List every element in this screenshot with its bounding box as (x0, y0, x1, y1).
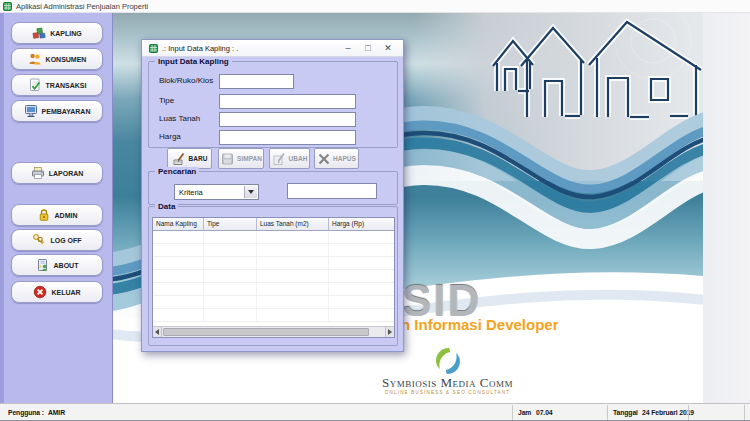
tipe-input[interactable] (219, 94, 356, 109)
sidebar-item-label: LAPORAN (49, 170, 84, 177)
statusbar-divider (688, 405, 689, 421)
new-icon (172, 152, 187, 166)
sidebar-item-logoff[interactable]: LOG OFF (11, 229, 103, 251)
sidebar-item-label: ADMIN (55, 212, 78, 219)
sidebar-item-label: KELUAR (51, 289, 80, 296)
app-window: SID n Informasi Developer Symbiosis Medi… (0, 0, 750, 421)
sidebar-item-konsumen[interactable]: KONSUMEN (11, 48, 103, 70)
column-header-tipe[interactable]: Tipe (204, 218, 257, 231)
blocks-icon (32, 26, 46, 40)
table-row (153, 257, 394, 270)
maximize-button[interactable]: □ (360, 40, 376, 56)
sidebar-item-keluar[interactable]: KELUAR (11, 281, 103, 303)
scroll-right-icon (388, 329, 392, 335)
statusbar-date-value: 24 Februari 2019 (642, 409, 694, 416)
hapus-button[interactable]: HAPUS (314, 148, 359, 169)
padlock-icon (37, 208, 51, 222)
chevron-down-icon (248, 190, 254, 194)
statusbar-time-label: Jam (518, 409, 531, 416)
statusbar-divider (512, 405, 513, 421)
dialog-input-data-kapling: .: Input Data Kapling : . – □ ✕ Input Da… (141, 39, 404, 352)
sidebar-item-kapling[interactable]: KAPLING (11, 22, 103, 44)
sidebar-item-pembayaran[interactable]: PEMBAYARAN (11, 100, 103, 122)
sidebar-item-about[interactable]: ABOUT (11, 254, 103, 276)
search-group: Pencarian Kriteria (148, 171, 398, 205)
statusbar-user-value: AMIR (48, 409, 65, 416)
kriteria-dropdown[interactable]: Kriteria (174, 184, 259, 200)
brand-tagline-text: n Informasi Developer (401, 316, 559, 333)
input-data-group-title: Input Data Kapling (155, 57, 232, 66)
symbiosis-logo: Symbiosis Media Comm ONLINE BUSINESS & S… (350, 346, 545, 395)
field-label-blok: Blok/Ruko/Kios (159, 76, 213, 85)
sidebar: KAPLING KONSUMEN TRANSAKSI PEMBAYARAN LA… (0, 13, 113, 403)
dialog-title: .: Input Data Kapling : . (162, 44, 336, 53)
symbiosis-swirl-icon (433, 346, 463, 376)
harga-input[interactable] (219, 130, 356, 145)
scroll-left-icon (155, 329, 159, 335)
keys-icon (32, 233, 46, 247)
statusbar: Pengguna : AMIR Jam 07.04 Tanggal 24 Feb… (0, 403, 750, 421)
field-label-tipe: Tipe (159, 96, 174, 105)
scrollbar-thumb[interactable] (163, 328, 369, 336)
printer-icon (31, 166, 45, 180)
sidebar-item-label: KONSUMEN (46, 56, 87, 63)
horizontal-scrollbar[interactable] (153, 326, 394, 337)
sidebar-item-label: TRANSAKSI (46, 82, 87, 89)
blok-ruko-kios-input[interactable] (219, 74, 294, 89)
app-title: Aplikasi Administrasi Penjualan Properti (16, 2, 148, 11)
column-header-nama-kapling[interactable]: Nama Kapling (153, 218, 204, 231)
sidebar-item-laporan[interactable]: LAPORAN (11, 162, 103, 184)
ubah-label: UBAH (289, 155, 308, 162)
dialog-titlebar[interactable]: .: Input Data Kapling : . – □ ✕ (142, 40, 403, 57)
field-label-harga: Harga (159, 132, 181, 141)
data-group-title: Data (155, 202, 178, 211)
data-group: Data Nama Kapling Tipe Luas Tanah (m2) H… (148, 206, 398, 346)
luas-tanah-input[interactable] (219, 112, 356, 127)
table-row (153, 283, 394, 296)
dropdown-button[interactable] (244, 186, 257, 198)
symbiosis-logo-title: Symbiosis Media Comm (350, 377, 545, 389)
field-label-luas-tanah: Luas Tanah (159, 114, 200, 123)
save-icon (220, 152, 235, 166)
symbiosis-logo-tagline: ONLINE BUSINESS & SEO CONSULTANT (350, 390, 545, 395)
table-row (153, 244, 394, 257)
simpan-button[interactable]: SIMPAN (218, 148, 264, 169)
baru-button[interactable]: BARU (167, 148, 212, 169)
minimize-button[interactable]: – (340, 40, 356, 56)
ubah-button[interactable]: UBAH (269, 148, 310, 169)
background-right-panel (703, 13, 750, 403)
kriteria-selected-value: Kriteria (179, 188, 203, 197)
table-row (153, 309, 394, 322)
sidebar-item-transaksi[interactable]: TRANSAKSI (11, 74, 103, 96)
computer-icon (24, 104, 38, 118)
sidebar-item-label: KAPLING (50, 30, 82, 37)
scroll-left-button[interactable] (153, 327, 162, 337)
statusbar-date-label: Tanggal (613, 409, 638, 416)
table-header-row: Nama Kapling Tipe Luas Tanah (m2) Harga … (153, 218, 394, 231)
table-row (153, 270, 394, 283)
statusbar-divider (607, 405, 608, 421)
sidebar-item-label: LOG OFF (50, 237, 81, 244)
table-row (153, 231, 394, 244)
column-header-luas-tanah[interactable]: Luas Tanah (m2) (257, 218, 329, 231)
data-table: Nama Kapling Tipe Luas Tanah (m2) Harga … (152, 217, 395, 338)
dialog-icon (149, 44, 158, 53)
sidebar-item-label: PEMBAYARAN (42, 108, 91, 115)
baru-label: BARU (189, 155, 208, 162)
sidebar-item-label: ABOUT (54, 262, 79, 269)
scroll-right-button[interactable] (385, 327, 394, 337)
statusbar-user-label: Pengguna : (8, 409, 44, 416)
close-button[interactable]: ✕ (380, 40, 396, 56)
search-group-title: Pencarian (155, 167, 199, 176)
input-data-group: Input Data Kapling Blok/Ruko/Kios Tipe L… (148, 61, 398, 148)
statusbar-divider (744, 405, 745, 421)
statusbar-time-value: 07.04 (536, 409, 553, 416)
people-icon (28, 52, 42, 66)
delete-icon (317, 152, 331, 166)
document-check-icon (28, 78, 42, 92)
sidebar-item-admin[interactable]: ADMIN (11, 204, 103, 226)
simpan-label: SIMPAN (237, 155, 262, 162)
column-header-harga[interactable]: Harga (Rp) (329, 218, 394, 231)
search-input[interactable] (287, 183, 377, 199)
about-icon (36, 258, 50, 272)
